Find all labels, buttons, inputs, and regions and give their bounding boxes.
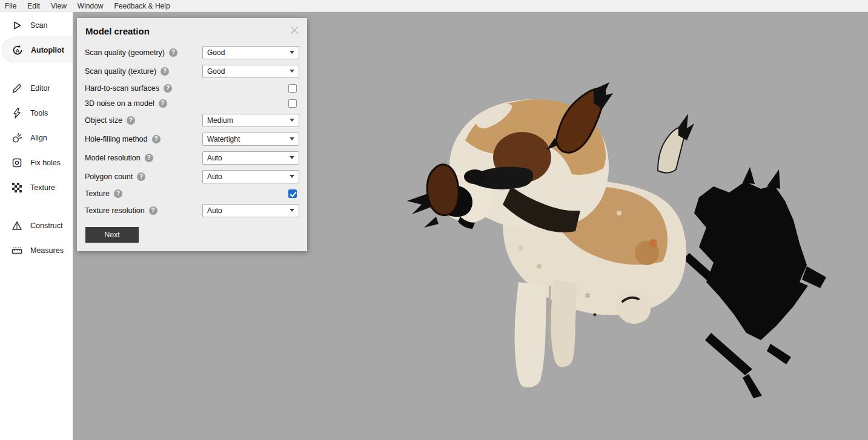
menu-item-window[interactable]: Window xyxy=(72,2,109,10)
field-label: Scan quality (texture) xyxy=(85,67,156,76)
align-icon xyxy=(10,131,24,145)
lightning-icon xyxy=(10,107,24,120)
help-icon[interactable]: ? xyxy=(145,154,153,162)
select-model-resolution[interactable]: Auto xyxy=(202,151,299,165)
help-icon[interactable]: ? xyxy=(169,48,177,57)
field-control xyxy=(202,189,299,198)
checkerboard-icon xyxy=(10,181,24,194)
menu-item-view[interactable]: View xyxy=(45,2,72,10)
checkbox-hard-to-scan-surfaces[interactable] xyxy=(288,84,297,93)
svg-text:A: A xyxy=(16,47,20,53)
field-row-texture-resolution: Texture resolution?Auto xyxy=(85,201,299,220)
select-value: Good xyxy=(207,48,225,57)
menu-item-feedback-help[interactable]: Feedback & Help xyxy=(109,2,176,10)
field-control xyxy=(202,84,299,93)
select-value: Good xyxy=(207,67,225,76)
dog-left-ear xyxy=(427,165,459,215)
dialog-fields: Scan quality (geometry)?GoodScan quality… xyxy=(85,43,299,220)
sidebar-item-measures[interactable]: Measures xyxy=(0,238,73,263)
help-icon[interactable]: ? xyxy=(127,116,135,125)
dog-front-leg-near xyxy=(515,282,546,387)
select-object-size[interactable]: Medium xyxy=(202,114,299,127)
help-icon[interactable]: ? xyxy=(152,135,161,143)
sidebar-item-label: Measures xyxy=(30,246,64,255)
sidebar-item-label: Fix holes xyxy=(30,159,61,167)
dialog-title: Model creation xyxy=(85,26,299,36)
sidebar-item-label: Texture xyxy=(30,183,55,192)
scan-icon xyxy=(10,19,24,32)
help-icon[interactable]: ? xyxy=(159,99,167,108)
select-value: Auto xyxy=(207,172,222,181)
help-icon[interactable]: ? xyxy=(114,189,122,198)
field-label: Texture xyxy=(85,189,110,198)
chevron-down-icon xyxy=(290,119,294,122)
field-label: Polygon count xyxy=(85,172,133,181)
select-hole-filling-method[interactable]: Watertight xyxy=(202,133,299,146)
sidebar-item-align[interactable]: Align xyxy=(0,125,73,150)
pencil-icon xyxy=(10,82,24,95)
field-control: Auto xyxy=(202,170,299,183)
ruler-icon xyxy=(10,244,24,257)
field-row-object-size: Object size?Medium xyxy=(85,111,299,130)
field-row-hard-to-scan-surfaces: Hard-to-scan surfaces? xyxy=(85,80,299,96)
select-value: Auto xyxy=(207,154,222,162)
field-control: Auto xyxy=(202,204,299,217)
help-icon[interactable]: ? xyxy=(161,67,169,76)
help-icon[interactable]: ? xyxy=(149,206,157,215)
scan-artifact-shadow xyxy=(670,167,826,398)
field-control: Auto xyxy=(202,151,299,165)
model-creation-dialog: Model creation Scan quality (geometry)?G… xyxy=(77,18,307,251)
select-texture-resolution[interactable]: Auto xyxy=(202,204,299,217)
field-row-texture: Texture? xyxy=(85,186,299,201)
select-scan-quality-geometry[interactable]: Good xyxy=(202,46,299,59)
select-value: Watertight xyxy=(207,135,240,143)
sidebar-item-label: Construct xyxy=(30,222,63,230)
field-control: Good xyxy=(202,46,299,59)
field-row-scan-quality-texture: Scan quality (texture)?Good xyxy=(85,62,299,80)
viewport-3d[interactable]: Model creation Scan quality (geometry)?G… xyxy=(73,12,868,440)
main-area: Scan A Autopilot Editor xyxy=(0,12,868,440)
sidebar-item-label: Editor xyxy=(30,84,50,93)
select-scan-quality-texture[interactable]: Good xyxy=(202,65,299,78)
field-row-polygon-count: Polygon count?Auto xyxy=(85,167,299,186)
sidebar-item-label: Scan xyxy=(30,21,48,30)
select-value: Auto xyxy=(207,206,222,215)
sidebar-item-label: Tools xyxy=(30,109,48,117)
field-label: Hard-to-scan surfaces xyxy=(85,84,159,93)
fix-holes-icon xyxy=(10,156,24,169)
sidebar-item-construct[interactable]: Construct xyxy=(0,213,73,238)
field-label: Object size xyxy=(85,116,122,125)
select-value: Medium xyxy=(207,116,233,125)
sidebar-item-autopilot[interactable]: A Autopilot xyxy=(2,38,73,62)
checkbox-3d-noise-on-a-model[interactable] xyxy=(288,99,297,108)
help-icon[interactable]: ? xyxy=(137,172,145,181)
menu-item-edit[interactable]: Edit xyxy=(22,2,45,10)
dog-model xyxy=(407,82,694,387)
checkbox-texture[interactable] xyxy=(288,189,297,198)
field-row-scan-quality-geometry: Scan quality (geometry)?Good xyxy=(85,43,299,62)
field-row-hole-filling-method: Hole-filling method?Watertight xyxy=(85,130,299,148)
chevron-down-icon xyxy=(290,137,294,140)
sidebar-item-label: Autopilot xyxy=(31,46,64,54)
field-label: Scan quality (geometry) xyxy=(85,48,165,57)
sidebar: Scan A Autopilot Editor xyxy=(0,12,73,440)
field-label: 3D noise on a model xyxy=(85,99,154,108)
help-icon[interactable]: ? xyxy=(164,84,172,93)
autopilot-icon: A xyxy=(11,44,24,57)
sidebar-item-texture[interactable]: Texture xyxy=(0,175,73,200)
chevron-down-icon xyxy=(290,51,294,54)
close-icon[interactable] xyxy=(290,25,299,35)
field-label: Model resolution xyxy=(85,154,141,162)
select-polygon-count[interactable]: Auto xyxy=(202,170,299,183)
field-row-3d-noise-on-a-model: 3D noise on a model? xyxy=(85,96,299,111)
next-button[interactable]: Next xyxy=(85,227,139,243)
field-row-model-resolution: Model resolution?Auto xyxy=(85,148,299,167)
sidebar-item-scan[interactable]: Scan xyxy=(0,13,73,38)
chevron-down-icon xyxy=(290,70,294,73)
field-control: Watertight xyxy=(202,133,299,146)
sidebar-item-tools[interactable]: Tools xyxy=(0,100,73,125)
menu-item-file[interactable]: File xyxy=(5,2,22,10)
field-control: Good xyxy=(202,65,299,78)
sidebar-item-editor[interactable]: Editor xyxy=(0,76,73,100)
sidebar-item-fix-holes[interactable]: Fix holes xyxy=(0,150,73,175)
